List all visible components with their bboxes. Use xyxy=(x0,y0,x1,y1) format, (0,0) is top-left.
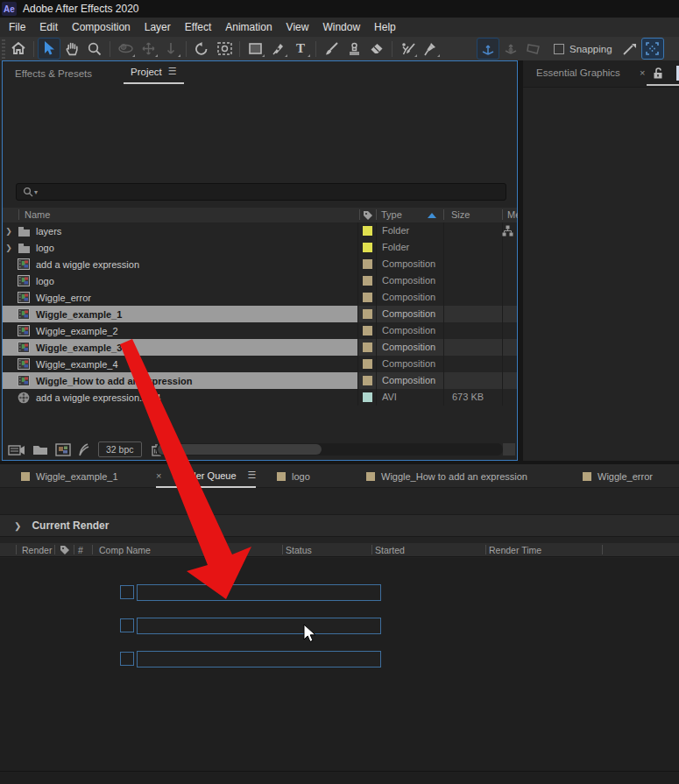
puppet-pin-button[interactable] xyxy=(420,39,441,59)
item-name-cell[interactable]: add a wiggle expression.mp4 xyxy=(3,389,357,406)
expand-arrow-icon[interactable]: ❯ xyxy=(3,227,15,236)
clone-stamp-button[interactable] xyxy=(343,39,364,59)
expand-chevron-icon[interactable]: ❯ xyxy=(14,521,21,531)
rq-column-render[interactable]: Render xyxy=(22,545,52,555)
brush-tool-button[interactable] xyxy=(321,39,342,59)
home-button[interactable] xyxy=(8,39,29,59)
project-row[interactable]: ❯layersFolder xyxy=(3,222,517,239)
selection-tool-button[interactable] xyxy=(39,39,60,59)
close-icon[interactable]: × xyxy=(640,67,645,78)
zoom-tool-button[interactable] xyxy=(84,39,105,59)
render-item-checkbox[interactable] xyxy=(120,585,134,599)
toolbar-grip[interactable] xyxy=(1,39,7,59)
label-color-chip[interactable] xyxy=(363,276,372,286)
label-color-chip[interactable] xyxy=(363,326,372,335)
new-folder-button[interactable] xyxy=(32,443,48,456)
snapping-checkbox[interactable] xyxy=(554,44,564,54)
label-color-chip[interactable] xyxy=(363,376,372,385)
pen-tool-button[interactable] xyxy=(267,39,288,59)
hierarchy-icon-wrap[interactable] xyxy=(502,225,513,238)
label-color-chip[interactable] xyxy=(363,343,372,352)
menu-help[interactable]: Help xyxy=(367,18,403,37)
view-axis-mode-button[interactable] xyxy=(523,39,544,59)
item-name-cell[interactable]: Wiggle_example_4 xyxy=(3,356,357,372)
item-name-cell[interactable]: Wiggle_example_3 xyxy=(3,339,357,356)
label-column-tag-icon[interactable] xyxy=(60,545,70,555)
render-item-checkbox[interactable] xyxy=(120,652,134,666)
menu-layer[interactable]: Layer xyxy=(138,18,178,37)
hand-tool-button[interactable] xyxy=(61,39,82,59)
project-row[interactable]: Wiggle_errorComposition xyxy=(3,289,517,306)
label-color-chip[interactable] xyxy=(363,243,372,252)
item-name-cell[interactable]: Wiggle_How to add an expression xyxy=(3,372,357,389)
bottom-tab-wiggle-how-to-add-an-expression[interactable]: Wiggle_How to add an expression xyxy=(366,464,527,488)
project-row[interactable]: Wiggle_example_2Composition xyxy=(3,322,517,339)
current-render-bar[interactable]: ❯ Current Render xyxy=(0,514,679,537)
item-name-cell[interactable]: logo xyxy=(3,272,357,289)
new-composition-button[interactable] xyxy=(55,443,71,456)
search-input[interactable] xyxy=(38,184,506,200)
tab-effects-and-presets[interactable]: Effects & Presets xyxy=(8,64,99,84)
tab-project[interactable]: Project ☰ xyxy=(124,61,184,84)
orbit-camera-button[interactable] xyxy=(115,39,136,59)
horizontal-scrollbar[interactable] xyxy=(156,443,503,456)
dolly-camera-button[interactable] xyxy=(160,39,181,59)
project-row[interactable]: add a wiggle expressionComposition xyxy=(3,256,517,272)
bottom-tab-wiggle-error[interactable]: Wiggle_error xyxy=(583,464,653,488)
label-color-chip[interactable] xyxy=(363,359,372,369)
sort-ascending-icon[interactable] xyxy=(428,213,436,218)
menu-view[interactable]: View xyxy=(279,18,316,37)
bit-depth-button[interactable]: 32 bpc xyxy=(98,441,142,457)
pan-camera-button[interactable] xyxy=(138,39,159,59)
bottom-tab-wiggle-example-1[interactable]: Wiggle_example_1 xyxy=(21,464,118,488)
item-name-cell[interactable]: Wiggle_error xyxy=(3,289,357,306)
menu-edit[interactable]: Edit xyxy=(32,18,65,37)
label-color-chip[interactable] xyxy=(363,259,372,269)
project-row[interactable]: logoComposition xyxy=(3,272,517,289)
tab-essential-graphics[interactable]: Essential Graphics xyxy=(536,67,620,78)
label-color-chip[interactable] xyxy=(363,226,372,236)
render-item-field[interactable] xyxy=(137,584,381,601)
render-item-checkbox[interactable] xyxy=(120,618,134,632)
expand-arrow-icon[interactable]: ❯ xyxy=(3,244,15,252)
interpret-footage-button[interactable] xyxy=(8,443,25,456)
camera-roi-button[interactable] xyxy=(214,39,235,59)
panel-menu-icon[interactable]: ☰ xyxy=(248,470,257,481)
render-item-field[interactable] xyxy=(137,618,381,634)
world-axis-mode-button[interactable] xyxy=(500,39,521,59)
item-name-cell[interactable]: Wiggle_example_2 xyxy=(3,322,357,339)
project-row[interactable]: ❯logoFolder xyxy=(3,239,517,256)
project-row[interactable]: add a wiggle expression.mp4AVI673 KB xyxy=(3,389,517,406)
panel-divider-vertical[interactable] xyxy=(518,60,523,461)
bottom-tab-render-queue[interactable]: ×Render Queue☰ xyxy=(156,464,256,488)
rectangle-tool-button[interactable] xyxy=(244,39,265,59)
project-flowchart-button[interactable] xyxy=(78,443,89,456)
eraser-tool-button[interactable] xyxy=(366,39,387,59)
column-name[interactable]: Name xyxy=(25,209,50,220)
horizontal-scrollbar-thumb[interactable] xyxy=(158,444,322,455)
render-item-field[interactable] xyxy=(137,651,381,667)
rq-column-render-time[interactable]: Render Time xyxy=(489,545,541,555)
item-name-cell[interactable]: ❯layers xyxy=(3,222,357,239)
local-axis-mode-button[interactable] xyxy=(477,39,499,59)
rotation-tool-button[interactable] xyxy=(191,39,212,59)
column-size[interactable]: Size xyxy=(451,209,470,220)
menu-window[interactable]: Window xyxy=(315,18,367,37)
snap-options-button[interactable] xyxy=(619,39,640,59)
rq-column-comp-name[interactable]: Comp Name xyxy=(99,545,151,555)
label-color-chip[interactable] xyxy=(363,392,372,402)
menu-composition[interactable]: Composition xyxy=(65,18,138,37)
label-color-chip[interactable] xyxy=(363,309,372,319)
lock-icon[interactable] xyxy=(653,67,663,79)
project-row[interactable]: Wiggle_example_4Composition xyxy=(3,356,517,372)
panel-menu-icon[interactable]: ☰ xyxy=(168,66,177,77)
search-box[interactable]: ▾ xyxy=(16,183,506,201)
item-name-cell[interactable]: ❯logo xyxy=(3,239,357,256)
item-name-cell[interactable]: add a wiggle expression xyxy=(3,256,357,272)
close-icon[interactable]: × xyxy=(156,470,161,481)
rq-column-started[interactable]: Started xyxy=(375,545,405,555)
menu-effect[interactable]: Effect xyxy=(178,18,218,37)
bottom-tab-logo[interactable]: logo xyxy=(277,464,310,488)
project-row[interactable]: Wiggle_example_1Composition xyxy=(3,306,517,322)
label-color-chip[interactable] xyxy=(363,293,372,302)
